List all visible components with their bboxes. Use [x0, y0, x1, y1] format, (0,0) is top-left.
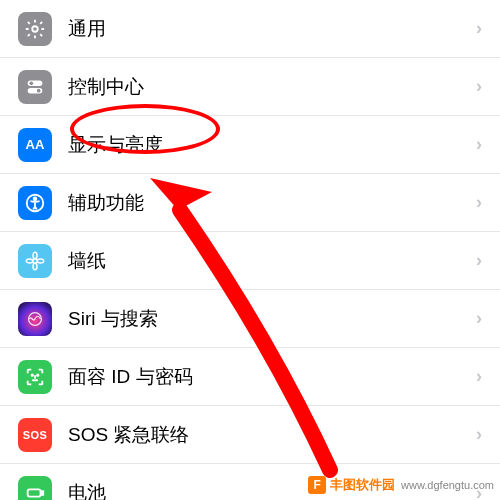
settings-row-display[interactable]: AA 显示与亮度 › [0, 116, 500, 174]
svg-point-10 [26, 258, 32, 262]
settings-row-accessibility[interactable]: 辅助功能 › [0, 174, 500, 232]
watermark-url: www.dgfengtu.com [401, 479, 494, 491]
svg-point-4 [37, 88, 41, 92]
faceid-icon [18, 360, 52, 394]
flower-icon [18, 244, 52, 278]
svg-rect-16 [41, 491, 43, 495]
settings-list: 通用 › 控制中心 › AA 显示与亮度 › 辅助功能 › 墙纸 › Siri … [0, 0, 500, 500]
svg-rect-15 [28, 489, 41, 496]
chevron-right-icon: › [476, 18, 482, 39]
row-label: 墙纸 [68, 248, 476, 274]
chevron-right-icon: › [476, 76, 482, 97]
settings-row-general[interactable]: 通用 › [0, 0, 500, 58]
battery-icon [18, 476, 52, 500]
svg-point-13 [32, 374, 33, 375]
row-label: Siri 与搜索 [68, 306, 476, 332]
row-label: SOS 紧急联络 [68, 422, 476, 448]
accessibility-icon [18, 186, 52, 220]
toggles-icon [18, 70, 52, 104]
svg-point-0 [32, 26, 38, 32]
settings-row-sos[interactable]: SOS SOS 紧急联络 › [0, 406, 500, 464]
row-label: 辅助功能 [68, 190, 476, 216]
svg-point-8 [33, 252, 37, 258]
watermark-brand: 丰图软件园 [330, 476, 395, 494]
settings-row-wallpaper[interactable]: 墙纸 › [0, 232, 500, 290]
chevron-right-icon: › [476, 424, 482, 445]
svg-point-11 [37, 258, 43, 262]
chevron-right-icon: › [476, 308, 482, 329]
svg-point-9 [33, 263, 37, 269]
chevron-right-icon: › [476, 250, 482, 271]
row-label: 通用 [68, 16, 476, 42]
settings-row-faceid[interactable]: 面容 ID 与密码 › [0, 348, 500, 406]
chevron-right-icon: › [476, 134, 482, 155]
chevron-right-icon: › [476, 366, 482, 387]
siri-icon [18, 302, 52, 336]
chevron-right-icon: › [476, 192, 482, 213]
watermark-logo: F [308, 476, 326, 494]
settings-row-siri[interactable]: Siri 与搜索 › [0, 290, 500, 348]
icon-text: SOS [23, 429, 48, 441]
text-size-icon: AA [18, 128, 52, 162]
row-label: 面容 ID 与密码 [68, 364, 476, 390]
row-label: 控制中心 [68, 74, 476, 100]
row-label: 显示与亮度 [68, 132, 476, 158]
settings-row-control[interactable]: 控制中心 › [0, 58, 500, 116]
sos-icon: SOS [18, 418, 52, 452]
watermark: F 丰图软件园 www.dgfengtu.com [308, 476, 494, 494]
svg-point-3 [30, 81, 34, 85]
svg-point-14 [37, 374, 38, 375]
svg-point-6 [34, 197, 37, 200]
icon-text: AA [26, 137, 45, 152]
gear-icon [18, 12, 52, 46]
